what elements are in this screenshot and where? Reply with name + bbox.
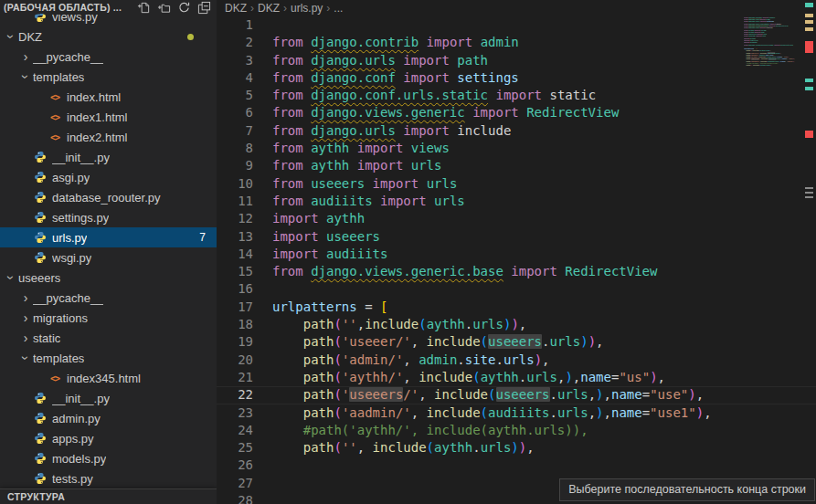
line-number: 18 bbox=[217, 316, 253, 333]
ruler-mark bbox=[805, 131, 813, 138]
line-number: 3 bbox=[217, 52, 253, 69]
tree-item-pycache[interactable]: ›__pycache__ bbox=[0, 288, 217, 308]
tree-item-useeers[interactable]: ›useeers bbox=[0, 268, 217, 288]
code-line-16[interactable]: 16 bbox=[217, 280, 816, 298]
tree-item-static[interactable]: ›static bbox=[0, 328, 217, 348]
tree-item-index2-html[interactable]: <>index2.html bbox=[0, 127, 217, 147]
tree-item-migrations[interactable]: ›migrations bbox=[0, 308, 217, 328]
breadcrumb: DKZ›DKZ›urls.py›... bbox=[217, 0, 816, 16]
code-line-1[interactable]: 1 bbox=[217, 16, 816, 34]
refresh-icon[interactable] bbox=[177, 1, 191, 15]
code-line-text: import aythh bbox=[272, 210, 365, 227]
tree-item-admin-py[interactable]: admin.py bbox=[0, 408, 217, 428]
tree-item-label: index2.html bbox=[67, 131, 127, 144]
overview-ruler[interactable] bbox=[802, 0, 816, 504]
python-icon bbox=[33, 431, 48, 446]
line-number: 26 bbox=[217, 457, 253, 474]
minimap[interactable]: 12from django.contrib import admin3from … bbox=[744, 15, 802, 133]
problems-badge: 7 bbox=[199, 231, 206, 244]
outline-section-header[interactable]: СТРУКТУРА bbox=[0, 488, 217, 504]
code-line-19[interactable]: 19 path('useeer/', include(useeers.urls)… bbox=[217, 333, 816, 351]
code-line-text: from aythh import views bbox=[272, 140, 450, 157]
tree-item-init-py[interactable]: __init__.py bbox=[0, 388, 217, 408]
collapse-all-icon[interactable] bbox=[197, 1, 211, 15]
code-line-9[interactable]: 9from aythh import urls bbox=[217, 157, 816, 174]
tree-item-pycache[interactable]: ›__pycache__ bbox=[0, 47, 217, 67]
tree-item-index-html[interactable]: <>index.html bbox=[0, 87, 217, 107]
code-line-24[interactable]: 24 #path('aythh/', include(aythh.urls)), bbox=[217, 422, 816, 439]
explorer-sidebar: (РАБОЧАЯ ОБЛАСТЬ) ... views.py›DKZ›__pyc… bbox=[0, 0, 217, 504]
tree-item-label: index1.html bbox=[67, 110, 127, 124]
tree-item-label: tests.py bbox=[52, 472, 93, 486]
sidebar-actions bbox=[137, 1, 211, 15]
tree-item-asgi-py[interactable]: asgi.py bbox=[0, 167, 217, 187]
code-line-15[interactable]: 15from django.views.generic.base import … bbox=[217, 263, 816, 280]
code-line-12[interactable]: 12import aythh bbox=[217, 210, 816, 227]
tree-item-dkz[interactable]: ›DKZ bbox=[0, 26, 217, 47]
code-line-5[interactable]: 5from django.conf.urls.static import sta… bbox=[217, 87, 816, 104]
code-line-21[interactable]: 21 path('aythh/', include(aythh.urls,),n… bbox=[217, 369, 816, 386]
code-line-22[interactable]: 22 path('useeers/', include(useeers.urls… bbox=[217, 386, 816, 404]
line-number: 24 bbox=[217, 422, 253, 439]
breadcrumb-item[interactable]: ... bbox=[334, 2, 343, 15]
line-number: 1 bbox=[217, 16, 253, 34]
line-number: 7 bbox=[217, 122, 253, 140]
code-line-14[interactable]: 14import audiiits bbox=[217, 246, 816, 263]
new-file-icon[interactable] bbox=[137, 1, 151, 15]
tree-item-wsgi-py[interactable]: wsgi.py bbox=[0, 247, 217, 268]
code-line-text: path('useeer/', include(useeers.urls)), bbox=[272, 333, 604, 351]
tree-item-templates[interactable]: ›templates bbox=[0, 348, 217, 368]
vscode-window: (РАБОЧАЯ ОБЛАСТЬ) ... views.py›DKZ›__pyc… bbox=[0, 0, 816, 504]
code-line-text: from audiiits import urls bbox=[272, 193, 465, 210]
code-line-text: import audiiits bbox=[272, 246, 387, 263]
code-line-17[interactable]: 17urlpatterns = [ bbox=[217, 299, 816, 316]
code-line-6[interactable]: 6from django.views.generic import Redire… bbox=[217, 104, 816, 121]
code-line-23[interactable]: 23 path('aadmin/', include(audiiits.urls… bbox=[217, 404, 816, 422]
tree-item-tests-py[interactable]: tests.py bbox=[0, 468, 217, 488]
code-line-2[interactable]: 2from django.contrib import admin bbox=[217, 34, 816, 51]
breadcrumb-item[interactable]: DKZ bbox=[225, 2, 247, 15]
code-line-3[interactable]: 3from django.urls import path bbox=[217, 52, 816, 69]
line-number: 2 bbox=[217, 34, 253, 51]
code-line-25[interactable]: 25 path('', include(aythh.urls)), bbox=[217, 439, 816, 457]
tree-item-init-py[interactable]: __init__.py bbox=[0, 147, 217, 167]
tree-item-label: apps.py bbox=[52, 432, 94, 446]
chevron-right-icon: › bbox=[18, 310, 33, 325]
tree-item-index1-html[interactable]: <>index1.html bbox=[0, 107, 217, 127]
code-line-11[interactable]: 11from audiiits import urls bbox=[217, 193, 816, 210]
tree-item-settings-py[interactable]: settings.py bbox=[0, 207, 217, 227]
line-number: 13 bbox=[217, 228, 253, 246]
html-icon: <> bbox=[48, 89, 62, 104]
breadcrumb-item[interactable]: urls.py bbox=[291, 2, 323, 15]
chevron-down-icon: › bbox=[4, 270, 18, 285]
code-line-26[interactable]: 26 bbox=[217, 457, 816, 474]
new-folder-icon[interactable] bbox=[157, 1, 171, 15]
code-line-18[interactable]: 18 path('',include(aythh.urls)), bbox=[217, 316, 816, 333]
line-number: 20 bbox=[217, 352, 253, 369]
code-line-text: path('useeers/', include(useeers.urls,),… bbox=[272, 386, 704, 404]
tree-item-urls-py[interactable]: urls.py7 bbox=[0, 227, 217, 247]
chevron-right-icon: › bbox=[326, 2, 330, 15]
line-number: 14 bbox=[217, 246, 253, 263]
code-line-20[interactable]: 20 path('admin/', admin.site.urls), bbox=[217, 352, 816, 369]
code-line-text: path('',include(aythh.urls)), bbox=[272, 316, 526, 333]
code-line-text: import useeers bbox=[272, 228, 380, 246]
tree-item-index345-html[interactable]: <>index345.html bbox=[0, 368, 217, 388]
code-line-13[interactable]: 13import useeers bbox=[217, 228, 816, 246]
ruler-mark bbox=[805, 87, 813, 90]
code-line-4[interactable]: 4from django.conf import settings bbox=[217, 69, 816, 87]
code-line-8[interactable]: 8from aythh import views bbox=[217, 140, 816, 157]
python-icon bbox=[33, 471, 48, 486]
tree-item-templates[interactable]: ›templates bbox=[0, 67, 217, 87]
code-line-7[interactable]: 7from django.urls import include bbox=[217, 122, 816, 140]
chevron-right-icon: › bbox=[18, 290, 33, 305]
breadcrumb-item[interactable]: DKZ bbox=[258, 2, 280, 15]
tree-item-database-roouter-py[interactable]: database_roouter.py bbox=[0, 187, 217, 207]
tree-item-models-py[interactable]: models.py bbox=[0, 448, 217, 468]
tree-item-apps-py[interactable]: apps.py bbox=[0, 428, 217, 448]
line-number: 22 bbox=[217, 386, 253, 404]
code-editor[interactable]: 12from django.contrib import admin3from … bbox=[217, 16, 816, 504]
ruler-mark bbox=[805, 79, 813, 82]
python-icon bbox=[33, 230, 48, 245]
code-line-10[interactable]: 10from useeers import urls bbox=[217, 175, 816, 193]
